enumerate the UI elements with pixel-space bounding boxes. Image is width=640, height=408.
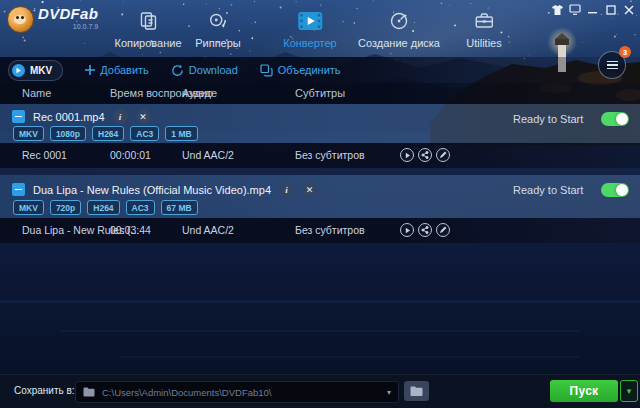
converter-icon (283, 9, 336, 32)
title-name: Rec 0001 (22, 149, 67, 161)
tab-create-disc[interactable]: Создание диска (358, 9, 440, 49)
source-group-row: Dua Lipa - New Rules (Official Music Vid… (0, 175, 640, 218)
add-label: Добавить (100, 64, 149, 76)
window-controls (551, 4, 635, 15)
start-options-button[interactable]: ▾ (620, 380, 638, 402)
badge: 67 MB (161, 200, 198, 215)
source-filename: Rec 0001.mp4 (33, 111, 105, 123)
source-group-row: Rec 0001.mp4 i ✕ MKV 1080p H264 AC3 1 MB… (0, 104, 640, 143)
download-button[interactable]: Download (171, 64, 238, 77)
badge: MKV (13, 126, 44, 141)
merge-label: Объединить (278, 64, 341, 76)
profile-label: MKV (30, 65, 52, 76)
browse-folder-button[interactable] (404, 381, 429, 401)
badge: H264 (92, 126, 124, 141)
plus-icon (85, 65, 95, 75)
disc-burn-icon (358, 9, 440, 32)
title-row[interactable]: Dua Lipa - New Rules (... 00:03:44 Und A… (0, 218, 640, 243)
app-title: DVDFab (38, 6, 98, 21)
merge-icon (260, 64, 273, 77)
merge-button[interactable]: Объединить (260, 64, 341, 77)
app-version: 10.0.7.9 (38, 23, 98, 30)
badge: 1080p (50, 126, 86, 141)
status-label: Ready to Start (513, 113, 583, 125)
enable-toggle[interactable] (601, 112, 629, 126)
dvdfab-mascot-icon (7, 6, 34, 33)
edit-icon[interactable] (436, 148, 450, 162)
collapse-button[interactable] (12, 183, 25, 196)
tab-converter-label: Конвертер (283, 37, 336, 49)
table-header: Name Время воспроизведе Аудио Субтитры (0, 83, 640, 104)
dvdfab-window: DVDFab 10.0.7.9 Копирование Рипперы (0, 0, 640, 408)
tab-create-disc-label: Создание диска (358, 37, 440, 49)
tab-utilities-label: Utilities (466, 37, 501, 49)
preview-play-icon[interactable] (400, 148, 414, 162)
add-button[interactable]: Добавить (85, 64, 149, 76)
title-duration: 00:03:44 (110, 224, 151, 236)
task-queue-badge: 3 (619, 46, 631, 58)
title-bar: DVDFab 10.0.7.9 Копирование Рипперы (0, 0, 640, 57)
format-badges: MKV 1080p H264 AC3 1 MB (13, 126, 198, 141)
tab-copy[interactable]: Копирование (114, 9, 181, 49)
tab-converter[interactable]: Конвертер (283, 9, 336, 49)
toolbar: MKV Добавить Download Объединить 3 (0, 57, 640, 83)
minimize-icon[interactable] (587, 4, 599, 15)
toolbox-icon (466, 9, 501, 32)
collapse-button[interactable] (12, 110, 25, 123)
edit-icon[interactable] (436, 223, 450, 237)
remove-icon[interactable]: ✕ (302, 182, 317, 197)
tab-copy-label: Копирование (114, 37, 181, 49)
enable-toggle[interactable] (601, 183, 629, 197)
download-label: Download (189, 64, 238, 76)
badge: MKV (13, 200, 44, 215)
tab-utilities[interactable]: Utilities (466, 9, 501, 49)
title-subtitle: Без субтитров (295, 149, 365, 161)
info-icon[interactable]: i (279, 182, 294, 197)
save-to-label: Сохранить в: (14, 385, 75, 396)
title-subtitle: Без субтитров (295, 224, 365, 236)
download-circle-icon (171, 64, 184, 77)
status-label: Ready to Start (513, 184, 583, 196)
badge: AC3 (126, 200, 155, 215)
folder-icon (410, 386, 423, 397)
save-path-value: C:\Users\Admin\Documents\DVDFab10\ (102, 387, 387, 398)
chevron-down-icon[interactable]: ▾ (387, 388, 391, 397)
column-subtitles: Субтитры (295, 87, 345, 99)
share-icon[interactable] (418, 148, 432, 162)
maximize-icon[interactable] (605, 4, 617, 15)
folder-icon (83, 387, 95, 397)
source-filename: Dua Lipa - New Rules (Official Music Vid… (33, 184, 271, 196)
copy-icon (114, 9, 181, 32)
column-audio: Аудио (182, 87, 213, 99)
share-icon[interactable] (418, 223, 432, 237)
column-name: Name (22, 87, 51, 99)
app-logo: DVDFab 10.0.7.9 (7, 6, 98, 33)
skin-shirt-icon[interactable] (551, 4, 563, 15)
profile-arrow-icon (12, 64, 25, 77)
preview-play-icon[interactable] (400, 223, 414, 237)
ripper-icon (195, 9, 241, 32)
remove-icon[interactable]: ✕ (136, 109, 151, 124)
badge: AC3 (130, 126, 159, 141)
close-icon[interactable] (623, 4, 635, 15)
profile-select-button[interactable]: MKV (8, 60, 63, 81)
badge: 720p (50, 200, 81, 215)
start-button[interactable]: Пуск (550, 380, 618, 402)
tab-rippers-label: Рипперы (195, 37, 241, 49)
badge: 1 MB (165, 126, 197, 141)
tab-rippers[interactable]: Рипперы (195, 9, 241, 49)
format-badges: MKV 720p H264 AC3 67 MB (13, 200, 198, 215)
title-audio: Und AAC/2 (182, 224, 234, 236)
title-row[interactable]: Rec 0001 00:00:01 Und AAC/2 Без субтитро… (0, 143, 640, 168)
monitor-icon[interactable] (569, 4, 581, 15)
bottom-bar: Сохранить в: C:\Users\Admin\Documents\DV… (0, 374, 640, 408)
badge: H264 (87, 200, 119, 215)
save-path-input[interactable]: C:\Users\Admin\Documents\DVDFab10\ ▾ (75, 381, 399, 403)
title-audio: Und AAC/2 (182, 149, 234, 161)
title-duration: 00:00:01 (110, 149, 151, 161)
info-icon[interactable]: i (113, 109, 128, 124)
